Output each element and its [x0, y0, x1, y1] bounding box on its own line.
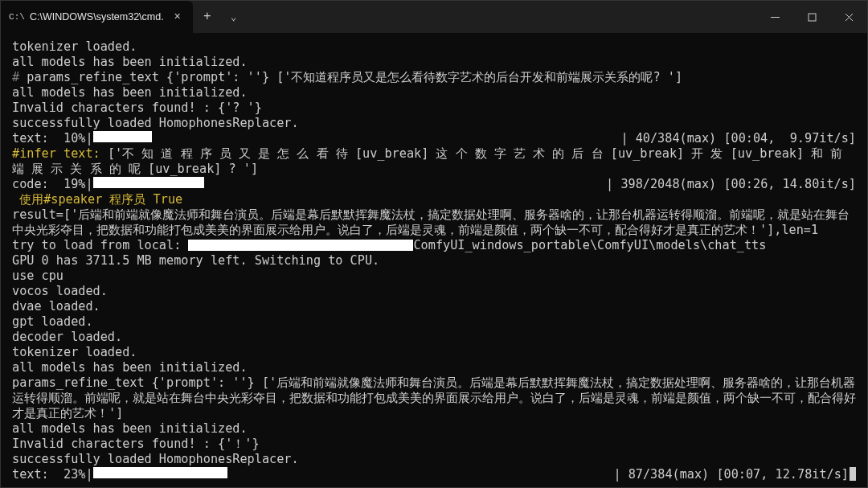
comment-hash: #: [12, 70, 27, 84]
close-button[interactable]: [830, 1, 867, 33]
maximize-button[interactable]: [793, 1, 830, 33]
output-line: decoder loaded.: [12, 330, 856, 345]
progress-bar-fill: [93, 467, 228, 478]
output-line: vocos loaded.: [12, 284, 856, 299]
output-line: try to load from local: ComfyUI_windows_…: [12, 238, 856, 253]
output-line: all models has been initialized.: [12, 360, 856, 375]
tab-dropdown-button[interactable]: ⌄: [222, 1, 246, 33]
progress-text: text: 23%|| 87/384(max) [00:07, 12.78it/…: [12, 467, 856, 482]
output-line: gpt loaded.: [12, 314, 856, 330]
output-line: params_refine_text {'prompt': ''} ['后端和前…: [12, 375, 856, 421]
output-line: successfully loaded HomophonesReplacer.: [12, 116, 856, 131]
output-line: use cpu: [12, 269, 856, 284]
cursor: [850, 467, 856, 481]
output-line: Invalid characters found! : {'? '}: [12, 100, 856, 116]
output-line: tokenizer loaded.: [12, 39, 856, 55]
output-line: #infer text: ['不 知 道 程 序 员 又 是 怎 么 看 待 […: [12, 146, 856, 177]
tab-active[interactable]: C:\ C:\WINDOWS\system32\cmd. ×: [1, 1, 193, 33]
output-line: all models has been initialized.: [12, 421, 856, 437]
redacted-path: [188, 240, 413, 251]
progress-text: text: 10%|| 40/384(max) [00:04, 9.97it/s…: [12, 131, 856, 146]
output-line: all models has been initialized.: [12, 85, 856, 100]
output-line: Invalid characters found! : {'！'}: [12, 437, 856, 452]
infer-label: #infer text:: [12, 146, 100, 161]
tab-close-button[interactable]: ×: [170, 10, 185, 24]
titlebar-drag-area[interactable]: [246, 1, 756, 33]
speaker-line: 使用#speaker 程序员 True: [12, 192, 856, 207]
output-line: dvae loaded.: [12, 299, 856, 314]
output-line: result=['后端和前端就像魔法师和舞台演员。后端是幕后默默挥舞魔法杖，搞定…: [12, 207, 856, 238]
progress-bar-fill: [93, 177, 205, 188]
tab-title: C:\WINDOWS\system32\cmd.: [30, 11, 164, 23]
progress-bar-fill: [93, 131, 152, 142]
output-line: all models has been initialized.: [12, 55, 856, 70]
output-line: GPU 0 has 3711.5 MB memory left. Switchi…: [12, 253, 856, 269]
progress-code: code: 19%|| 398/2048(max) [00:26, 14.80i…: [12, 177, 856, 192]
new-tab-button[interactable]: +: [193, 1, 222, 33]
output-line: tokenizer loaded.: [12, 345, 856, 360]
svg-rect-1: [809, 14, 816, 21]
output-line: # params_refine_text {'prompt': ''} ['不知…: [12, 70, 856, 85]
titlebar[interactable]: C:\ C:\WINDOWS\system32\cmd. × + ⌄: [1, 1, 867, 33]
terminal-window: C:\ C:\WINDOWS\system32\cmd. × + ⌄ token…: [0, 0, 868, 488]
minimize-button[interactable]: [756, 1, 793, 33]
cmd-icon: C:\: [10, 10, 23, 23]
terminal-output[interactable]: tokenizer loaded. all models has been in…: [1, 33, 867, 487]
output-line: successfully loaded HomophonesReplacer.: [12, 452, 856, 467]
